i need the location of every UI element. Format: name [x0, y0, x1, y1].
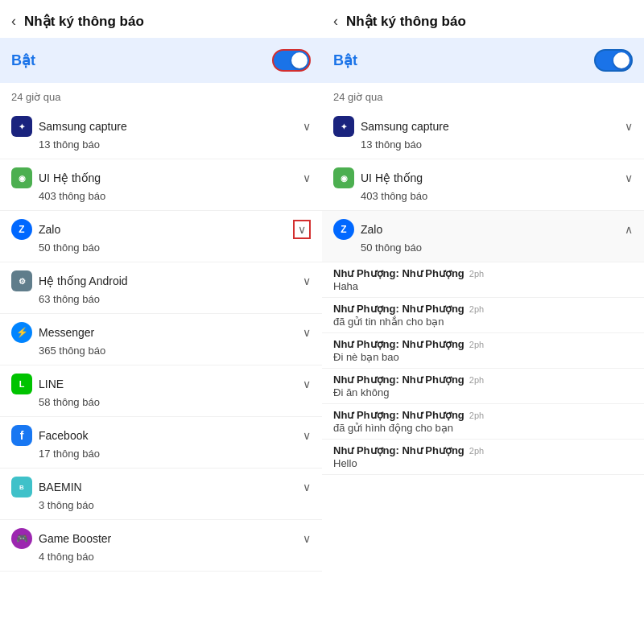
app-info: ✦ Samsung capture	[333, 116, 449, 137]
left-toggle-knob	[291, 52, 308, 68]
gamebooster-icon: 🎮	[11, 528, 32, 549]
zalo-time: 2ph	[469, 375, 484, 385]
right-toggle-knob	[613, 52, 630, 68]
chevron-down-icon[interactable]: ∨	[625, 171, 633, 184]
app-item-header: ✦ Samsung capture ∨	[11, 116, 311, 137]
chevron-down-icon[interactable]: ∨	[303, 378, 311, 390]
left-app-list: ✦ Samsung capture ∨ 13 thông báo ◉ UI Hệ…	[0, 108, 322, 644]
chevron-down-icon[interactable]: ∨	[303, 120, 311, 133]
app-info: ◉ UI Hệ thống	[11, 167, 101, 188]
zalo-message-item: Như Phượng: Như Phượng 2ph Haha	[322, 262, 644, 298]
app-item-header: ◉ UI Hệ thống ∨	[333, 167, 633, 188]
app-count: 17 thông báo	[11, 448, 311, 460]
app-item-header: Z Zalo ∧	[333, 219, 633, 240]
zalo-time: 2ph	[469, 340, 484, 349]
app-info: f Facebook	[11, 425, 88, 446]
list-item: ◉ UI Hệ thống ∨ 403 thông báo	[0, 159, 322, 211]
zalo-msg-text: đã gửi hình động cho bạn	[333, 422, 633, 434]
list-item: Z Zalo ∧ 50 thông báo	[322, 211, 644, 262]
right-panel: ‹ Nhật ký thông báo Bật 24 giờ qua ✦ Sam…	[322, 0, 644, 644]
app-item-header: 🎮 Game Booster ∨	[11, 528, 311, 549]
chevron-down-icon[interactable]: ∨	[303, 532, 311, 545]
app-count: 403 thông báo	[333, 190, 633, 202]
zalo-msg-text: Đi ăn không	[333, 386, 633, 398]
app-item-header: ⚡ Messenger ∨	[11, 322, 311, 343]
app-item-header: ✦ Samsung capture ∨	[333, 116, 633, 137]
list-item: Z Zalo ∨ 50 thông báo	[0, 211, 322, 262]
app-name: UI Hệ thống	[361, 171, 423, 184]
zalo-time: 2ph	[469, 446, 484, 456]
zalo-icon: Z	[11, 219, 32, 240]
list-item: ⚙ Hệ thống Android ∨ 63 thông báo	[0, 262, 322, 314]
left-back-button[interactable]: ‹	[11, 13, 16, 30]
app-info: B BAEMIN	[11, 477, 82, 497]
zalo-msg-header: Như Phượng: Như Phượng 2ph	[333, 338, 633, 350]
right-bat-label: Bật	[333, 52, 357, 69]
left-toggle[interactable]	[272, 49, 311, 72]
zalo-sender: Như Phượng: Như Phượng	[333, 267, 464, 279]
baemin-icon: B	[11, 477, 32, 497]
chevron-down-icon[interactable]: ∨	[303, 481, 311, 493]
chevron-down-icon[interactable]: ∨	[303, 171, 311, 184]
chevron-down-icon[interactable]: ∨	[303, 326, 311, 339]
zalo-sender: Như Phượng: Như Phượng	[333, 374, 464, 386]
left-bat-row: Bật	[0, 38, 322, 83]
left-header: ‹ Nhật ký thông báo	[0, 0, 322, 38]
zalo-msg-text: Haha	[333, 280, 633, 292]
app-name: Hệ thống Android	[39, 275, 128, 287]
facebook-icon: f	[11, 425, 32, 446]
app-count: 365 thông báo	[11, 345, 311, 357]
app-info: ✦ Samsung capture	[11, 116, 127, 137]
app-item-header: L LINE ∨	[11, 374, 311, 394]
left-section-label: 24 giờ qua	[0, 83, 322, 108]
app-name: Game Booster	[39, 532, 111, 545]
app-count: 50 thông báo	[333, 242, 633, 254]
list-item: ✦ Samsung capture ∨ 13 thông báo	[322, 108, 644, 159]
zalo-icon: Z	[333, 219, 354, 240]
messenger-icon: ⚡	[11, 322, 32, 343]
chevron-down-icon[interactable]: ∨	[303, 429, 311, 442]
zalo-sender: Như Phượng: Như Phượng	[333, 338, 464, 350]
zalo-msg-header: Như Phượng: Như Phượng 2ph	[333, 303, 633, 315]
android-icon: ⚙	[11, 270, 32, 291]
app-info: Z Zalo	[333, 219, 382, 240]
app-info: ⚡ Messenger	[11, 322, 94, 343]
app-name: Zalo	[39, 223, 60, 236]
left-page-title: Nhật ký thông báo	[24, 13, 144, 30]
zalo-msg-text: đã gửi tin nhắn cho bạn	[333, 316, 633, 328]
chevron-down-icon[interactable]: ∨	[303, 275, 311, 287]
app-name: Messenger	[39, 326, 94, 339]
app-info: L LINE	[11, 374, 64, 394]
right-back-button[interactable]: ‹	[333, 13, 338, 30]
app-name: BAEMIN	[39, 481, 82, 493]
zalo-time: 2ph	[469, 411, 484, 420]
zalo-message-item: Như Phượng: Như Phượng 2ph Đi ăn không	[322, 369, 644, 404]
list-item: ⚡ Messenger ∨ 365 thông báo	[0, 314, 322, 365]
zalo-msg-header: Như Phượng: Như Phượng 2ph	[333, 374, 633, 386]
chevron-down-icon[interactable]: ∨	[625, 120, 633, 133]
zalo-msg-text: Đi nè bạn bao	[333, 351, 633, 363]
line-icon: L	[11, 374, 32, 394]
zalo-message-item: Như Phượng: Như Phượng 2ph đã gửi hình đ…	[322, 404, 644, 440]
ui-icon: ◉	[333, 167, 354, 188]
app-name: Zalo	[361, 223, 382, 236]
app-count: 58 thông báo	[11, 396, 311, 408]
zalo-msg-header: Như Phượng: Như Phượng 2ph	[333, 444, 633, 456]
app-count: 3 thông báo	[11, 499, 311, 511]
ui-icon: ◉	[11, 167, 32, 188]
list-item: f Facebook ∨ 17 thông báo	[0, 417, 322, 469]
app-item-header: B BAEMIN ∨	[11, 477, 311, 497]
right-toggle[interactable]	[594, 49, 633, 72]
app-info: ⚙ Hệ thống Android	[11, 270, 128, 291]
chevron-down-icon[interactable]: ∨	[293, 220, 311, 239]
app-info: ◉ UI Hệ thống	[333, 167, 423, 188]
list-item: B BAEMIN ∨ 3 thông báo	[0, 469, 322, 520]
app-item-header: ⚙ Hệ thống Android ∨	[11, 270, 311, 291]
chevron-up-icon[interactable]: ∧	[625, 223, 633, 236]
list-item: ◉ UI Hệ thống ∨ 403 thông báo	[322, 159, 644, 211]
zalo-msg-header: Như Phượng: Như Phượng 2ph	[333, 409, 633, 421]
right-header: ‹ Nhật ký thông báo	[322, 0, 644, 38]
app-item-header: ◉ UI Hệ thống ∨	[11, 167, 311, 188]
zalo-sender: Như Phượng: Như Phượng	[333, 444, 464, 456]
app-info: 🎮 Game Booster	[11, 528, 111, 549]
